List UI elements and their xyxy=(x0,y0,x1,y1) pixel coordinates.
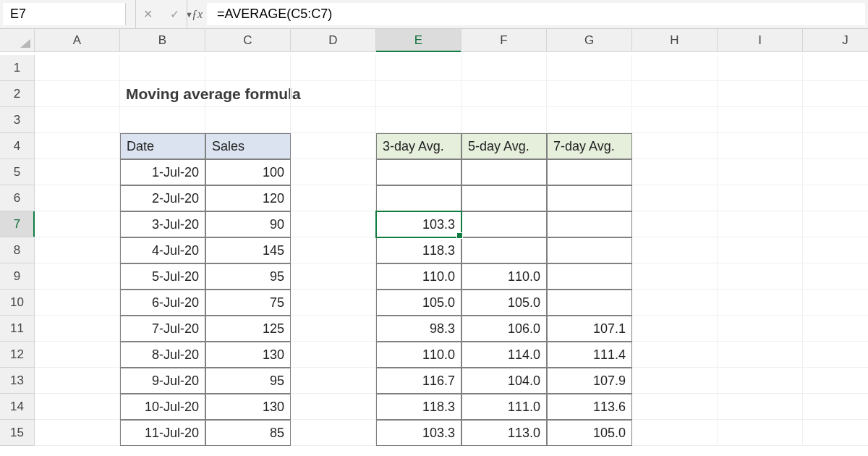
cell-C8[interactable]: 145 xyxy=(205,237,291,263)
cell-B4[interactable]: Date xyxy=(120,133,205,159)
cell-A13[interactable] xyxy=(35,368,120,394)
cell-G8[interactable] xyxy=(547,237,632,263)
cell-D13[interactable] xyxy=(291,368,376,394)
cell-A3[interactable] xyxy=(35,107,120,133)
spreadsheet-grid[interactable]: ABCDEFGHIJ12Moving average formula34Date… xyxy=(0,29,868,446)
cell-H15[interactable] xyxy=(632,420,718,446)
cell-A14[interactable] xyxy=(35,394,120,420)
cell-G5[interactable] xyxy=(547,159,632,185)
cell-H1[interactable] xyxy=(632,55,718,81)
cell-J10[interactable] xyxy=(803,290,868,316)
cell-C13[interactable]: 95 xyxy=(205,368,291,394)
cell-C7[interactable]: 90 xyxy=(205,211,291,237)
cell-B10[interactable]: 6-Jul-20 xyxy=(120,290,205,316)
cell-B12[interactable]: 8-Jul-20 xyxy=(120,342,205,368)
cell-I4[interactable] xyxy=(718,133,803,159)
cell-D10[interactable] xyxy=(291,290,376,316)
cell-D7[interactable] xyxy=(291,211,376,237)
row-head-6[interactable]: 6 xyxy=(0,185,35,211)
cell-C2[interactable] xyxy=(205,81,291,107)
cell-I9[interactable] xyxy=(718,263,803,290)
cell-A2[interactable] xyxy=(35,81,120,107)
cell-J6[interactable] xyxy=(803,185,868,211)
row-head-15[interactable]: 15 xyxy=(0,420,35,446)
row-head-1[interactable]: 1 xyxy=(0,55,35,81)
row-head-12[interactable]: 12 xyxy=(0,342,35,368)
cell-H7[interactable] xyxy=(632,211,718,237)
cell-E11[interactable]: 98.3 xyxy=(376,316,461,342)
cell-C3[interactable] xyxy=(205,107,291,133)
cell-J13[interactable] xyxy=(803,368,868,394)
cell-A12[interactable] xyxy=(35,342,120,368)
row-head-3[interactable]: 3 xyxy=(0,107,35,133)
cell-J11[interactable] xyxy=(803,316,868,342)
cell-G2[interactable] xyxy=(547,81,632,107)
cell-B9[interactable]: 5-Jul-20 xyxy=(120,263,205,290)
cell-G11[interactable]: 107.1 xyxy=(547,316,632,342)
cell-H12[interactable] xyxy=(632,342,718,368)
cell-E9[interactable]: 110.0 xyxy=(376,263,461,290)
cell-C9[interactable]: 95 xyxy=(205,263,291,290)
cell-F14[interactable]: 111.0 xyxy=(461,394,547,420)
cell-E15[interactable]: 103.3 xyxy=(376,420,461,446)
cell-G13[interactable]: 107.9 xyxy=(547,368,632,394)
row-head-7[interactable]: 7 xyxy=(0,211,35,237)
cell-H6[interactable] xyxy=(632,185,718,211)
cell-H14[interactable] xyxy=(632,394,718,420)
cell-I10[interactable] xyxy=(718,290,803,316)
cell-C5[interactable]: 100 xyxy=(205,159,291,185)
cell-D15[interactable] xyxy=(291,420,376,446)
cell-F10[interactable]: 105.0 xyxy=(461,290,547,316)
cell-G14[interactable]: 113.6 xyxy=(547,394,632,420)
cell-G10[interactable] xyxy=(547,290,632,316)
cell-I8[interactable] xyxy=(718,237,803,263)
cell-I5[interactable] xyxy=(718,159,803,185)
cell-E5[interactable] xyxy=(376,159,461,185)
cell-G15[interactable]: 105.0 xyxy=(547,420,632,446)
cell-I2[interactable] xyxy=(718,81,803,107)
cell-E8[interactable]: 118.3 xyxy=(376,237,461,263)
cell-C4[interactable]: Sales xyxy=(205,133,291,159)
cell-D8[interactable] xyxy=(291,237,376,263)
row-head-5[interactable]: 5 xyxy=(0,159,35,185)
cell-B2[interactable]: Moving average formula xyxy=(120,81,205,107)
row-head-14[interactable]: 14 xyxy=(0,394,35,420)
row-head-13[interactable]: 13 xyxy=(0,368,35,394)
cell-B6[interactable]: 2-Jul-20 xyxy=(120,185,205,211)
cell-J7[interactable] xyxy=(803,211,868,237)
cell-F11[interactable]: 106.0 xyxy=(461,316,547,342)
cell-H10[interactable] xyxy=(632,290,718,316)
cell-D2[interactable] xyxy=(291,81,376,107)
cell-E2[interactable] xyxy=(376,81,461,107)
col-head-C[interactable]: C xyxy=(205,29,291,52)
cell-A8[interactable] xyxy=(35,237,120,263)
cell-F15[interactable]: 113.0 xyxy=(461,420,547,446)
cell-B3[interactable] xyxy=(120,107,205,133)
col-head-G[interactable]: G xyxy=(547,29,632,52)
cell-I12[interactable] xyxy=(718,342,803,368)
cell-F2[interactable] xyxy=(461,81,547,107)
cell-F5[interactable] xyxy=(461,159,547,185)
row-head-2[interactable]: 2 xyxy=(0,81,35,107)
cell-F3[interactable] xyxy=(461,107,547,133)
cell-G3[interactable] xyxy=(547,107,632,133)
cell-I6[interactable] xyxy=(718,185,803,211)
cell-J4[interactable] xyxy=(803,133,868,159)
cell-B7[interactable]: 3-Jul-20 xyxy=(120,211,205,237)
cell-B1[interactable] xyxy=(120,55,205,81)
cell-A1[interactable] xyxy=(35,55,120,81)
cell-A10[interactable] xyxy=(35,290,120,316)
cell-C15[interactable]: 85 xyxy=(205,420,291,446)
cell-D14[interactable] xyxy=(291,394,376,420)
cell-J15[interactable] xyxy=(803,420,868,446)
cell-F9[interactable]: 110.0 xyxy=(461,263,547,290)
row-head-8[interactable]: 8 xyxy=(0,237,35,263)
cell-F4[interactable]: 5-day Avg. xyxy=(461,133,547,159)
cell-I11[interactable] xyxy=(718,316,803,342)
cell-G4[interactable]: 7-day Avg. xyxy=(547,133,632,159)
cell-J2[interactable] xyxy=(803,81,868,107)
cell-B5[interactable]: 1-Jul-20 xyxy=(120,159,205,185)
cell-D3[interactable] xyxy=(291,107,376,133)
cell-D1[interactable] xyxy=(291,55,376,81)
cell-G12[interactable]: 111.4 xyxy=(547,342,632,368)
